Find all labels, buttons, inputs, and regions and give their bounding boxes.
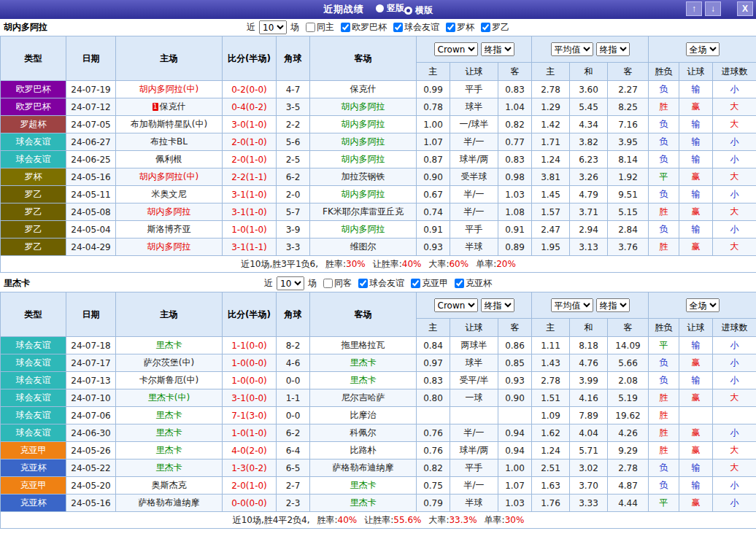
avg-home: 1.24	[532, 151, 570, 168]
away-team-name: 萨格勒布迪纳摩	[333, 462, 394, 473]
avg-select[interactable]: 平均值	[551, 42, 593, 56]
league-type-badge: 欧罗巴杯	[1, 81, 66, 98]
sections-container: 胡内多阿拉近10场同主欧罗巴杯球会友谊罗杯罗乙类型日期主场比分(半场)角球客场C…	[0, 19, 756, 529]
away-team-name: 维图尔	[350, 241, 377, 252]
move-down-button[interactable]: ↓	[705, 1, 721, 16]
home-team: 萨尔茨堡(中)	[116, 354, 223, 372]
filter-checkbox-1[interactable]: 球会友谊	[358, 277, 404, 290]
avg-away: 2.27	[608, 81, 649, 98]
filter-checkbox-0[interactable]: 同客	[323, 277, 352, 290]
league-type-badge: 球会友谊	[1, 354, 66, 372]
result-goals: 小	[713, 186, 756, 203]
filter-checkbox-3[interactable]: 克亚杯	[455, 277, 492, 290]
home-team: 胡内多阿拉(中)	[116, 168, 223, 186]
odds-handicap: 两球半	[450, 337, 498, 354]
odds-home: 1.07	[417, 133, 450, 151]
panel-header-buttons: ↑ ↓ X	[686, 1, 753, 16]
odds-away: 0.94	[498, 424, 532, 442]
checkbox-input[interactable]	[358, 279, 368, 288]
scope-select[interactable]: 全场	[686, 42, 720, 56]
summary-stat-value: 40%	[402, 259, 422, 269]
result-handicap: 赢	[679, 424, 713, 442]
checkbox-input[interactable]	[323, 279, 333, 288]
move-up-button[interactable]: ↑	[686, 1, 702, 16]
odds-handicap: 半/一	[450, 186, 498, 203]
avg-draw: 4.76	[570, 354, 608, 372]
radio-icon	[404, 7, 412, 15]
match-date: 24-07-18	[66, 337, 116, 354]
result-handicap: 赢	[679, 389, 713, 407]
filter-checkbox-4[interactable]: 罗乙	[481, 21, 509, 34]
odds-stage-select[interactable]: 终指	[481, 42, 514, 56]
home-team: 里杰卡	[116, 442, 223, 459]
result-outcome: 负	[649, 116, 679, 133]
checkbox-input[interactable]	[411, 279, 420, 288]
avg-home: 1.24	[532, 442, 570, 459]
summary-stat-label: 单率:	[485, 515, 505, 525]
table-row: 球会友谊24-06-30里杰卡1-0(1-0)6-2科佩尔0.76半/一0.94…	[1, 424, 756, 442]
table-row: 克亚甲24-05-20奥斯杰克2-0(1-0)2-7里杰卡0.75半/一1.07…	[1, 477, 756, 495]
avg-stage-select[interactable]: 终指	[596, 42, 630, 56]
result-outcome: 负	[649, 354, 679, 372]
recent-count-select[interactable]: 10	[277, 276, 304, 290]
checkbox-input[interactable]	[306, 23, 315, 32]
odds-home: 0.90	[417, 168, 450, 186]
checkbox-label: 罗杯	[457, 21, 474, 34]
column-header: 客场	[310, 36, 417, 81]
home-team: 里杰卡	[116, 459, 223, 477]
score: 4-0(2-0)	[223, 442, 277, 459]
checkbox-input[interactable]	[455, 279, 464, 288]
layout-option-vertical[interactable]: 竖版	[376, 2, 404, 15]
filter-checkbox-2[interactable]: 克亚甲	[411, 277, 448, 290]
recent-count-select[interactable]: 10	[259, 20, 287, 34]
away-team: 萨格勒布迪纳摩	[310, 459, 417, 477]
summary-cell: 近10场,胜3平1负6,胜率:30%让胜率:40%大率:60%单率:20%	[1, 256, 756, 273]
avg-select[interactable]: 平均值	[551, 298, 593, 312]
away-team-name: 里杰卡	[350, 357, 377, 368]
odds-away: 0.83	[498, 151, 532, 168]
avg-away: 19.62	[608, 407, 649, 424]
avg-draw: 3.70	[570, 477, 608, 495]
avg-draw: 3.26	[570, 168, 608, 186]
checkbox-input[interactable]	[446, 23, 455, 32]
away-team-name: 里杰卡	[350, 375, 377, 385]
avg-home: 2.78	[532, 81, 570, 98]
checkbox-input[interactable]	[393, 23, 403, 32]
column-header: 比分(半场)	[223, 292, 277, 337]
odds-away: 1.03	[498, 186, 532, 203]
score: 0-0(0-0)	[223, 495, 277, 512]
filter-checkbox-1[interactable]: 欧罗巴杯	[341, 21, 387, 34]
avg-draw: 8.18	[570, 337, 608, 354]
layout-option-horizontal[interactable]: 横版	[404, 4, 433, 17]
bookmaker-select[interactable]: Crown	[434, 298, 478, 312]
avg-home: 1.45	[532, 186, 570, 203]
odds-home: 0.84	[417, 337, 450, 354]
checkbox-input[interactable]	[341, 23, 350, 32]
table-row: 球会友谊24-07-17萨尔茨堡(中)1-0(0-0)4-6里杰卡0.97球半0…	[1, 354, 756, 372]
red-card-icon: 1	[153, 103, 158, 111]
odds-home: 0.93	[417, 239, 450, 256]
league-type-badge: 球会友谊	[1, 389, 66, 407]
recent-results-panel: 近期战绩 竖版横版 ↑ ↓ X 胡内多阿拉近10场同主欧罗巴杯球会友谊罗杯罗乙类…	[0, 0, 756, 529]
away-team-name: 胡内多阿拉	[342, 154, 385, 164]
filter-checkbox-2[interactable]: 球会友谊	[393, 21, 439, 34]
home-team: 奥斯杰克	[116, 477, 223, 495]
home-team: 里杰卡	[116, 337, 223, 354]
home-team-name: 萨尔茨堡(中)	[144, 357, 194, 368]
away-team-name: 胡内多阿拉	[342, 136, 385, 147]
corner-score: 5-6	[277, 133, 310, 151]
avg-away: 2.08	[608, 372, 649, 389]
scope-select[interactable]: 全场	[686, 298, 720, 312]
checkbox-input[interactable]	[481, 23, 490, 32]
bookmaker-select[interactable]: Crown	[434, 42, 478, 56]
avg-stage-select[interactable]: 终指	[596, 298, 630, 312]
layout-toggle: 竖版横版	[376, 2, 433, 17]
result-goals: 大	[713, 442, 756, 459]
filter-checkbox-0[interactable]: 同主	[306, 21, 334, 34]
result-handicap: 赢	[679, 495, 713, 512]
result-goals: 大	[713, 459, 756, 477]
filter-checkbox-3[interactable]: 罗杯	[446, 21, 474, 34]
result-goals: 小	[713, 133, 756, 151]
close-button[interactable]: X	[737, 1, 753, 16]
odds-stage-select[interactable]: 终指	[481, 298, 514, 312]
